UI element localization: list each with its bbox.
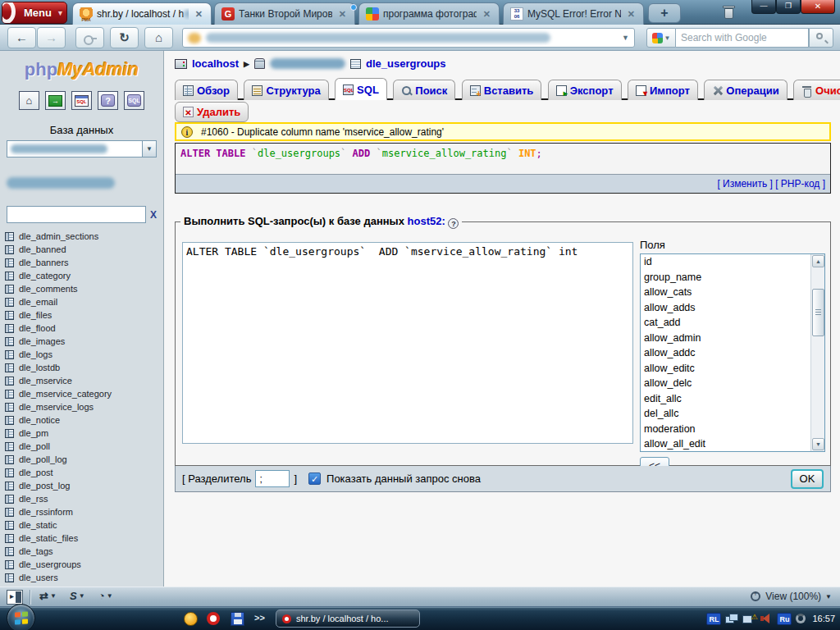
tab-browse[interactable]: Обзор [175, 80, 238, 100]
tray-app-icon[interactable] [796, 614, 806, 623]
help-icon[interactable]: ? [448, 218, 459, 229]
table-list-item[interactable]: dle_rss [5, 492, 163, 505]
table-list-item[interactable]: dle_flood [5, 322, 163, 335]
quicklaunch-dap-icon[interactable] [184, 612, 198, 626]
scrollbar-thumb[interactable] [812, 289, 824, 336]
field-option[interactable]: allow_addc [641, 345, 824, 361]
field-option[interactable]: allow_cats [641, 285, 824, 300]
tab-search[interactable]: Поиск [393, 80, 455, 100]
taskbar-window-button[interactable]: shr.by / localhost / ho... [276, 609, 420, 628]
quicklaunch-overflow-chevron[interactable]: >> [254, 613, 265, 623]
tab-sql[interactable]: SQL [335, 78, 387, 100]
quicklaunch-save-icon[interactable] [231, 612, 244, 626]
table-list-item[interactable]: dle_banners [5, 256, 163, 269]
start-button[interactable] [7, 604, 35, 630]
help-icon[interactable]: ? [98, 91, 118, 110]
turbo-menu[interactable]: ◔▼ [98, 590, 113, 602]
scroll-up-icon[interactable]: ▲ [812, 255, 824, 267]
breadcrumb-database-blurred[interactable] [270, 58, 345, 69]
search-input[interactable]: Search with Google [676, 28, 809, 48]
home-button[interactable]: ⌂ [144, 27, 173, 48]
table-list-item[interactable]: dle_email [5, 295, 163, 308]
database-link[interactable]: host52: [408, 215, 445, 227]
sql-query-textarea[interactable]: ALTER TABLE `dle_usergroups` ADD `mservi… [182, 242, 633, 444]
table-list-item[interactable]: dle_usergroups [5, 558, 163, 571]
tab-close-icon[interactable]: ✕ [337, 9, 348, 20]
table-list-item[interactable]: dle_lostdb [5, 361, 163, 374]
table-list-item[interactable]: dle_mservice_category [5, 387, 163, 400]
table-filter-input[interactable] [7, 206, 146, 223]
php-code-link[interactable]: [ PHP-код ] [775, 178, 825, 189]
table-list-item[interactable]: dle_images [5, 335, 163, 348]
table-list-item[interactable]: dle_mservice_logs [5, 400, 163, 413]
restore-button[interactable]: ❐ [776, 0, 801, 14]
volume-icon[interactable] [760, 613, 773, 624]
quicklaunch-opera-icon[interactable] [207, 612, 220, 625]
phpmyadmin-logo[interactable]: phpMyAdmin [0, 59, 163, 80]
table-list-item[interactable]: dle_comments [5, 282, 163, 295]
link-menu[interactable]: S▼ [70, 590, 85, 602]
table-list-item[interactable]: dle_static [5, 518, 163, 532]
table-list-item[interactable]: dle_poll_log [5, 453, 163, 466]
field-option[interactable]: allow_editc [641, 361, 824, 377]
database-select[interactable]: ▼ [7, 140, 157, 158]
filter-clear-button[interactable]: X [150, 209, 157, 221]
minimize-button[interactable]: — [751, 0, 776, 14]
closed-tabs-trash-icon[interactable] [719, 4, 740, 22]
browser-tab-active[interactable]: shr.by / localhost / h ✕ [72, 2, 212, 25]
forward-button[interactable]: → [37, 27, 66, 48]
tab-close-icon[interactable]: ✕ [626, 9, 637, 20]
field-option[interactable]: cat_add [641, 315, 824, 331]
tab-operations[interactable]: Операции [704, 80, 787, 100]
language-indicator-1[interactable]: RL [706, 613, 721, 625]
show-query-checkbox[interactable]: ✓ [308, 472, 321, 485]
close-button[interactable]: ✕ [801, 0, 835, 14]
table-list-item[interactable]: dle_mservice [5, 374, 163, 387]
network-icon[interactable] [725, 613, 738, 624]
table-list-item[interactable]: dle_users [5, 571, 163, 584]
table-list-item[interactable]: dle_files [5, 308, 163, 322]
tab-empty[interactable]: Очистить [793, 80, 840, 100]
field-option[interactable]: moderation [641, 422, 824, 437]
edit-query-link[interactable]: [ Изменить ] [717, 178, 772, 189]
tab-import[interactable]: Импорт [628, 80, 698, 100]
table-list-item[interactable]: dle_post_log [5, 479, 163, 492]
table-list-item[interactable]: dle_pm [5, 427, 163, 440]
home-icon[interactable]: ⌂ [19, 91, 39, 110]
back-button[interactable]: ← [7, 27, 36, 48]
breadcrumb-table-link[interactable]: dle_usergroups [366, 57, 446, 70]
browser-tab-2[interactable]: G Танки Второй Мировой... ✕ [214, 2, 355, 25]
current-database-link-blurred[interactable] [7, 177, 115, 189]
ok-button[interactable]: OK [791, 469, 824, 489]
sql-window-icon[interactable] [71, 91, 92, 110]
tab-close-icon[interactable]: ✕ [482, 9, 492, 20]
delimiter-input[interactable] [255, 470, 290, 487]
search-engine-selector[interactable]: ▼ [646, 28, 676, 48]
field-option[interactable]: allow_all_edit [641, 436, 824, 452]
search-go-button[interactable] [809, 28, 833, 48]
network-warning-icon[interactable] [742, 613, 756, 624]
new-tab-button[interactable]: + [648, 3, 681, 23]
opera-menu-button[interactable]: Menu ▼ [2, 2, 67, 24]
field-option[interactable]: edit_allc [641, 391, 824, 407]
scroll-down-icon[interactable]: ▼ [812, 438, 824, 450]
table-list-item[interactable]: dle_notice [5, 413, 163, 427]
zoom-control[interactable]: View (100%) ▼ [751, 591, 832, 602]
tab-drop[interactable]: Удалить [175, 102, 249, 122]
table-list-item[interactable]: dle_static_files [5, 532, 163, 545]
tab-close-icon[interactable]: ✕ [194, 9, 204, 20]
breadcrumb-server-link[interactable]: localhost [192, 57, 239, 70]
tab-export[interactable]: Экспорт [548, 80, 622, 100]
url-dropdown-icon[interactable]: ▼ [622, 34, 629, 42]
browser-tab-3[interactable]: программа фотографир... ✕ [358, 2, 500, 25]
url-input[interactable]: ▼ [182, 28, 635, 48]
lock-key-button[interactable] [75, 27, 104, 48]
field-option[interactable]: allow_admin [641, 331, 824, 346]
field-option[interactable]: del_allc [641, 406, 824, 422]
fields-listbox[interactable]: id group_name allow_cats allow_adds cat_… [640, 253, 825, 452]
field-option[interactable]: group_name [641, 270, 824, 285]
table-list-item[interactable]: dle_post [5, 466, 163, 479]
table-list-item[interactable]: dle_tags [5, 545, 163, 558]
field-option[interactable]: allow_adds [641, 300, 824, 316]
field-option[interactable]: allow_delc [641, 376, 824, 391]
